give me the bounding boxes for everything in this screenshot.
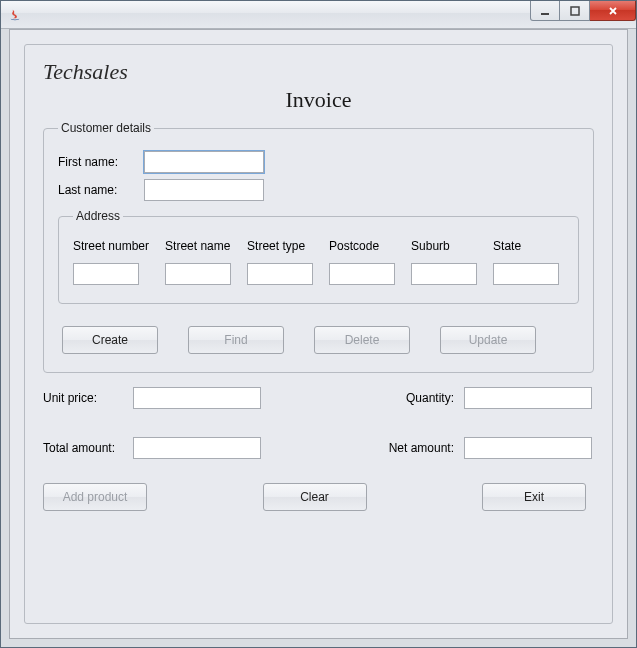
suburb-label: Suburb xyxy=(411,239,450,253)
clear-button[interactable]: Clear xyxy=(263,483,367,511)
street-name-input[interactable] xyxy=(165,263,231,285)
svg-rect-1 xyxy=(571,7,579,15)
create-button[interactable]: Create xyxy=(62,326,158,354)
close-button[interactable] xyxy=(590,1,636,21)
street-number-input[interactable] xyxy=(73,263,139,285)
street-number-label: Street number xyxy=(73,239,149,253)
suburb-input[interactable] xyxy=(411,263,477,285)
address-fieldset: Address Street number Street name Street… xyxy=(58,209,579,304)
last-name-input[interactable] xyxy=(144,179,264,201)
first-name-label: First name: xyxy=(58,155,136,169)
last-name-label: Last name: xyxy=(58,183,136,197)
brand-title: Techsales xyxy=(43,59,594,85)
street-type-label: Street type xyxy=(247,239,305,253)
page-title: Invoice xyxy=(43,87,594,113)
customer-details-fieldset: Customer details First name: Last name: … xyxy=(43,121,594,373)
add-product-button[interactable]: Add product xyxy=(43,483,147,511)
quantity-input[interactable] xyxy=(464,387,592,409)
state-input[interactable] xyxy=(493,263,559,285)
svg-rect-0 xyxy=(541,13,549,15)
crud-button-row: Create Find Delete Update xyxy=(62,326,579,354)
window-frame: Techsales Invoice Customer details First… xyxy=(0,0,637,648)
quantity-label: Quantity: xyxy=(374,391,464,405)
amounts-grid: Unit price: Quantity: Total amount: Net … xyxy=(43,387,594,459)
postcode-label: Postcode xyxy=(329,239,379,253)
unit-price-input[interactable] xyxy=(133,387,261,409)
total-amount-label: Total amount: xyxy=(43,441,133,455)
titlebar[interactable] xyxy=(1,1,636,29)
customer-details-legend: Customer details xyxy=(58,121,154,135)
street-name-label: Street name xyxy=(165,239,230,253)
java-icon xyxy=(7,7,23,23)
update-button[interactable]: Update xyxy=(440,326,536,354)
address-legend: Address xyxy=(73,209,123,223)
first-name-input[interactable] xyxy=(144,151,264,173)
main-panel: Techsales Invoice Customer details First… xyxy=(24,44,613,624)
unit-price-label: Unit price: xyxy=(43,391,133,405)
find-button[interactable]: Find xyxy=(188,326,284,354)
bottom-button-row: Add product Clear Exit xyxy=(43,483,594,511)
net-amount-input[interactable] xyxy=(464,437,592,459)
total-amount-input[interactable] xyxy=(133,437,261,459)
state-label: State xyxy=(493,239,521,253)
minimize-button[interactable] xyxy=(530,1,560,21)
postcode-input[interactable] xyxy=(329,263,395,285)
maximize-button[interactable] xyxy=(560,1,590,21)
window-controls xyxy=(530,1,636,21)
client-area: Techsales Invoice Customer details First… xyxy=(9,29,628,639)
exit-button[interactable]: Exit xyxy=(482,483,586,511)
street-type-input[interactable] xyxy=(247,263,313,285)
delete-button[interactable]: Delete xyxy=(314,326,410,354)
net-amount-label: Net amount: xyxy=(374,441,464,455)
